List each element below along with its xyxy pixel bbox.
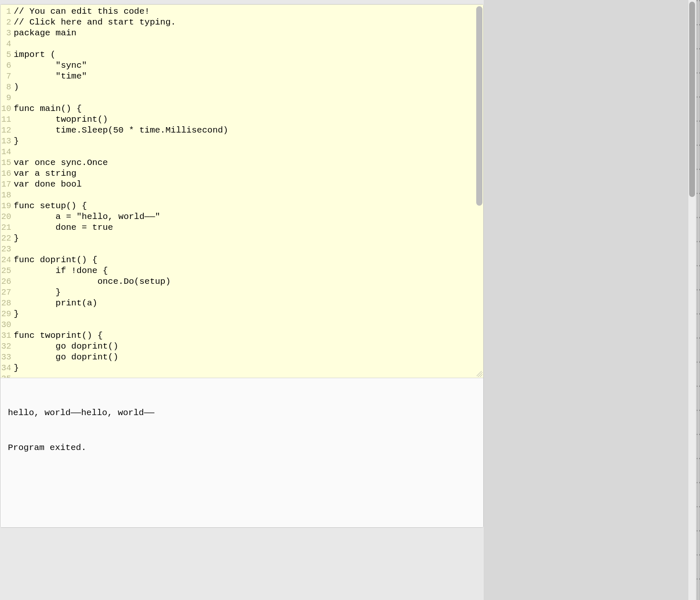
code-line[interactable]: 35 (0, 374, 483, 378)
line-content[interactable]: } (13, 309, 19, 320)
code-line[interactable]: 10func main() { (0, 103, 483, 114)
window-scrollbar-track[interactable] (688, 0, 696, 600)
code-line[interactable]: 14 (0, 147, 483, 157)
code-line[interactable]: 11 twoprint() (0, 114, 483, 125)
code-line[interactable]: 8) (0, 82, 483, 93)
line-number: 15 (0, 157, 13, 168)
code-line[interactable]: 29} (0, 309, 483, 320)
line-content[interactable]: } (13, 233, 19, 244)
code-line[interactable]: 9 (0, 93, 483, 103)
line-content[interactable]: a = "hello, world——" (13, 211, 160, 222)
output-status: Program exited. (8, 442, 476, 454)
line-content[interactable]: } (13, 136, 19, 147)
line-number: 35 (0, 374, 13, 378)
code-line[interactable]: 33 go doprint() (0, 352, 483, 363)
code-line[interactable]: 12 time.Sleep(50 * time.Millisecond) (0, 125, 483, 136)
line-content[interactable]: var a string (13, 168, 76, 179)
line-content[interactable]: func doprint() { (13, 255, 98, 266)
line-number: 11 (0, 114, 13, 125)
line-number: 27 (0, 287, 13, 298)
line-number: 19 (0, 201, 13, 211)
code-line[interactable]: 15var once sync.Once (0, 157, 483, 168)
line-number: 18 (0, 190, 13, 201)
line-number: 33 (0, 352, 13, 363)
line-number: 25 (0, 266, 13, 276)
code-line[interactable]: 17var done bool (0, 179, 483, 190)
line-number: 9 (0, 93, 13, 103)
page-wrapper: 1// You can edit this code!2// Click her… (0, 0, 700, 600)
line-content[interactable]: go doprint() (13, 352, 118, 363)
line-content[interactable]: var once sync.Once (13, 157, 108, 168)
window-divider (697, 0, 700, 600)
output-line: hello, world——hello, world—— (8, 407, 476, 419)
code-line[interactable]: 3package main (0, 28, 483, 39)
code-line[interactable]: 20 a = "hello, world——" (0, 211, 483, 222)
line-content[interactable]: go doprint() (13, 341, 118, 352)
line-number: 21 (0, 222, 13, 233)
code-line[interactable]: 34} (0, 363, 483, 374)
line-number: 3 (0, 28, 13, 39)
line-content[interactable]: func setup() { (13, 201, 87, 211)
code-line[interactable]: 27 } (0, 287, 483, 298)
code-line[interactable]: 25 if !done { (0, 266, 483, 276)
code-line[interactable]: 16var a string (0, 168, 483, 179)
window-divider-inner (698, 0, 699, 600)
line-content[interactable]: func main() { (13, 103, 82, 114)
line-content[interactable]: done = true (13, 222, 113, 233)
code-line[interactable]: 32 go doprint() (0, 341, 483, 352)
line-number: 2 (0, 17, 13, 28)
code-line[interactable]: 4 (0, 39, 483, 49)
line-content[interactable]: "time" (13, 71, 87, 82)
code-line[interactable]: 2// Click here and start typing. (0, 17, 483, 28)
line-number: 32 (0, 341, 13, 352)
code-line[interactable]: 18 (0, 190, 483, 201)
code-line[interactable]: 7 "time" (0, 71, 483, 82)
line-number: 10 (0, 103, 13, 114)
window-scrollbar-thumb[interactable] (689, 2, 695, 197)
code-line[interactable]: 22} (0, 233, 483, 244)
line-content[interactable]: import ( (13, 49, 56, 60)
line-number: 13 (0, 136, 13, 147)
line-content[interactable]: func twoprint() { (13, 330, 103, 341)
line-content[interactable]: ) (13, 82, 19, 93)
line-content[interactable]: once.Do(setup) (13, 276, 171, 287)
output-panel: hello, world——hello, world—— Program exi… (0, 378, 483, 527)
line-number: 6 (0, 60, 13, 71)
right-background (484, 0, 700, 600)
line-number: 24 (0, 255, 13, 266)
code-line[interactable]: 28 print(a) (0, 298, 483, 309)
line-number: 23 (0, 244, 13, 255)
line-number: 17 (0, 179, 13, 190)
resize-handle-icon[interactable] (476, 370, 483, 378)
line-number: 7 (0, 71, 13, 82)
line-number: 8 (0, 82, 13, 93)
line-content[interactable]: var done bool (13, 179, 82, 190)
code-line[interactable]: 21 done = true (0, 222, 483, 233)
code-container[interactable]: 1// You can edit this code!2// Click her… (0, 5, 483, 378)
line-content[interactable]: // You can edit this code! (13, 6, 150, 17)
code-line[interactable]: 5import ( (0, 49, 483, 60)
code-line[interactable]: 23 (0, 244, 483, 255)
editor-scrollbar-thumb[interactable] (476, 6, 482, 206)
line-content[interactable]: } (13, 287, 61, 298)
code-line[interactable]: 1// You can edit this code! (0, 6, 483, 17)
code-line[interactable]: 24func doprint() { (0, 255, 483, 266)
line-content[interactable]: time.Sleep(50 * time.Millisecond) (13, 125, 228, 136)
line-content[interactable]: "sync" (13, 60, 87, 71)
line-content[interactable]: // Click here and start typing. (13, 17, 176, 28)
line-number: 34 (0, 363, 13, 374)
code-line[interactable]: 31func twoprint() { (0, 330, 483, 341)
code-line[interactable]: 13} (0, 136, 483, 147)
code-line[interactable]: 19func setup() { (0, 201, 483, 211)
code-editor[interactable]: 1// You can edit this code!2// Click her… (0, 5, 483, 378)
code-line[interactable]: 26 once.Do(setup) (0, 276, 483, 287)
code-line[interactable]: 6 "sync" (0, 60, 483, 71)
code-line[interactable]: 30 (0, 320, 483, 330)
line-content[interactable]: print(a) (13, 298, 98, 309)
line-content[interactable]: twoprint() (13, 114, 108, 125)
line-content[interactable]: } (13, 363, 19, 374)
line-number: 12 (0, 125, 13, 136)
line-content[interactable]: if !done { (13, 266, 108, 276)
line-content[interactable]: package main (13, 28, 76, 39)
line-number: 16 (0, 168, 13, 179)
